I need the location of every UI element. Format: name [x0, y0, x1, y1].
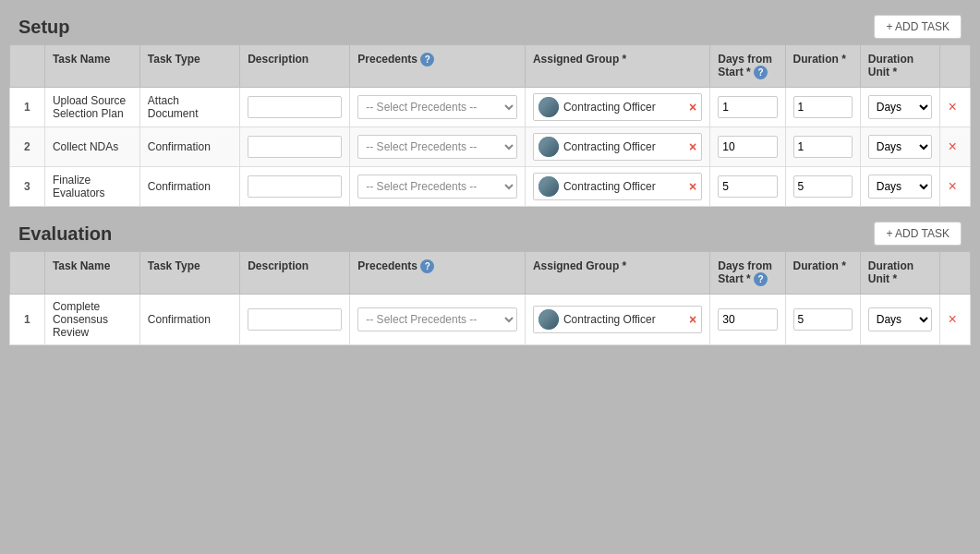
page: Setup+ ADD TASKTask NameTask TypeDescrip…	[0, 0, 980, 554]
description-cell[interactable]	[240, 295, 350, 345]
col-header-days_from_start: Days fromStart * ?	[710, 45, 785, 88]
add-task-button-setup[interactable]: + ADD TASK	[874, 15, 962, 39]
precedents-cell[interactable]: -- Select Precedents --	[350, 127, 526, 167]
days-from-start-cell[interactable]	[710, 88, 785, 127]
col-header-precedents: Precedents ?	[350, 45, 526, 88]
duration-input[interactable]	[793, 308, 853, 331]
table-row: 3Finalize EvaluatorsConfirmation-- Selec…	[10, 167, 971, 207]
duration-unit-cell[interactable]: DaysWeeksMonths	[860, 167, 940, 207]
remove-assigned-button[interactable]: ×	[689, 180, 696, 193]
duration-cell[interactable]	[785, 167, 860, 207]
days-from-start-input[interactable]	[718, 308, 777, 331]
task-type-cell: Confirmation	[139, 167, 239, 207]
task-name-cell: Complete Consensus Review	[44, 295, 139, 345]
precedents-cell[interactable]: -- Select Precedents --	[350, 295, 526, 345]
duration-input[interactable]	[793, 175, 853, 198]
col-header-task_type: Task Type	[139, 45, 239, 88]
col-header-task_type: Task Type	[139, 252, 239, 295]
precedents-select[interactable]: -- Select Precedents --	[357, 307, 517, 331]
days-from-start-cell[interactable]	[710, 127, 785, 167]
add-task-button-evaluation[interactable]: + ADD TASK	[874, 222, 962, 246]
duration-unit-select[interactable]: DaysWeeksMonths	[868, 135, 933, 159]
assigned-group-wrapper: Contracting Officer×	[533, 173, 702, 200]
description-input[interactable]	[248, 175, 342, 198]
delete-cell[interactable]: ×	[940, 295, 971, 345]
assigned-group-wrapper: Contracting Officer×	[533, 133, 702, 161]
precedents-cell[interactable]: -- Select Precedents --	[350, 167, 526, 207]
task-name-cell: Finalize Evaluators	[44, 167, 139, 207]
assigned-group-name: Contracting Officer	[563, 313, 684, 326]
assigned-group-cell: Contracting Officer×	[525, 127, 709, 167]
row-number: 1	[10, 295, 45, 345]
remove-assigned-button[interactable]: ×	[689, 140, 696, 153]
row-number: 2	[10, 127, 45, 167]
duration-unit-cell[interactable]: DaysWeeksMonths	[860, 127, 940, 167]
duration-unit-cell[interactable]: DaysWeeksMonths	[860, 88, 940, 127]
days-from-start-input[interactable]	[718, 175, 777, 198]
remove-assigned-button[interactable]: ×	[689, 101, 696, 114]
help-icon-days[interactable]: ?	[754, 272, 768, 286]
help-icon-precedents[interactable]: ?	[420, 53, 434, 66]
delete-row-button[interactable]: ×	[948, 311, 956, 328]
remove-assigned-button[interactable]: ×	[689, 313, 696, 326]
duration-unit-cell[interactable]: DaysWeeksMonths	[860, 295, 940, 345]
precedents-select[interactable]: -- Select Precedents --	[357, 135, 517, 159]
delete-row-button[interactable]: ×	[948, 99, 956, 115]
description-input[interactable]	[248, 308, 342, 331]
task-name-cell: Collect NDAs	[44, 127, 139, 167]
col-header-description: Description	[240, 45, 350, 88]
help-icon-days[interactable]: ?	[754, 66, 768, 79]
avatar	[538, 309, 559, 330]
section-evaluation: Evaluation+ ADD TASKTask NameTask TypeDe…	[9, 216, 971, 345]
task-type-cell: Attach Document	[139, 88, 239, 127]
description-cell[interactable]	[240, 167, 350, 207]
avatar	[538, 137, 559, 157]
col-header-num	[10, 45, 45, 88]
days-from-start-input[interactable]	[718, 96, 777, 118]
col-header-delete	[940, 252, 971, 295]
days-from-start-cell[interactable]	[710, 295, 785, 345]
duration-cell[interactable]	[785, 295, 860, 345]
col-header-precedents: Precedents ?	[350, 252, 526, 295]
table-row: 2Collect NDAsConfirmation-- Select Prece…	[10, 127, 971, 167]
assigned-group-wrapper: Contracting Officer×	[533, 306, 702, 333]
delete-cell[interactable]: ×	[940, 88, 971, 127]
duration-input[interactable]	[793, 136, 853, 158]
table-setup: Task NameTask TypeDescriptionPrecedents …	[9, 44, 971, 207]
col-header-duration: Duration *	[785, 252, 860, 295]
col-header-days_from_start: Days fromStart * ?	[710, 252, 785, 295]
days-from-start-input[interactable]	[718, 136, 777, 158]
delete-row-button[interactable]: ×	[948, 178, 956, 195]
description-input[interactable]	[248, 96, 342, 118]
delete-cell[interactable]: ×	[940, 127, 971, 167]
duration-input[interactable]	[793, 96, 853, 118]
days-from-start-cell[interactable]	[710, 167, 785, 207]
precedents-select[interactable]: -- Select Precedents --	[357, 175, 517, 199]
col-header-assigned_group: Assigned Group *	[525, 45, 709, 88]
help-icon-precedents[interactable]: ?	[420, 259, 434, 273]
assigned-group-cell: Contracting Officer×	[525, 88, 709, 127]
duration-cell[interactable]	[785, 88, 860, 127]
task-type-cell: Confirmation	[139, 127, 239, 167]
table-row: 1Complete Consensus ReviewConfirmation--…	[10, 295, 971, 345]
description-cell[interactable]	[240, 127, 350, 167]
assigned-group-cell: Contracting Officer×	[525, 167, 709, 207]
task-name-cell: Upload Source Selection Plan	[44, 88, 139, 127]
section-setup: Setup+ ADD TASKTask NameTask TypeDescrip…	[9, 9, 971, 207]
delete-row-button[interactable]: ×	[948, 138, 956, 155]
duration-cell[interactable]	[785, 127, 860, 167]
duration-unit-select[interactable]: DaysWeeksMonths	[868, 95, 933, 119]
col-header-duration_unit: Duration Unit *	[860, 252, 940, 295]
precedents-cell[interactable]: -- Select Precedents --	[350, 88, 526, 127]
duration-unit-select[interactable]: DaysWeeksMonths	[868, 307, 933, 331]
col-header-duration_unit: Duration Unit *	[860, 45, 940, 88]
description-input[interactable]	[248, 136, 342, 158]
precedents-select[interactable]: -- Select Precedents --	[357, 95, 517, 119]
description-cell[interactable]	[240, 88, 350, 127]
row-number: 3	[10, 167, 45, 207]
section-title-setup: Setup	[18, 17, 70, 38]
duration-unit-select[interactable]: DaysWeeksMonths	[868, 175, 933, 199]
delete-cell[interactable]: ×	[940, 167, 971, 207]
col-header-task_name: Task Name	[44, 45, 139, 88]
avatar	[538, 97, 559, 117]
